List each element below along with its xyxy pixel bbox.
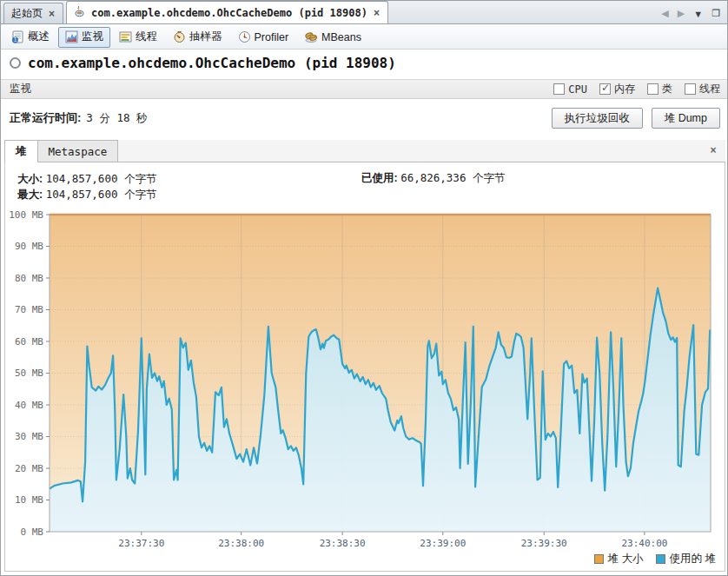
heap-tabstrip: 堆 Metaspace × bbox=[4, 140, 725, 162]
monitor-section-bar: 监视 CPU 内存 类 线程 bbox=[1, 79, 728, 99]
svg-text:40 MB: 40 MB bbox=[15, 400, 43, 411]
tab-heap[interactable]: 堆 bbox=[4, 140, 38, 162]
checkbox-classes-box[interactable] bbox=[647, 83, 659, 95]
tab-start-page-label: 起始页 bbox=[11, 6, 43, 21]
svg-text:100 MB: 100 MB bbox=[9, 209, 43, 221]
svg-text:23:39:00: 23:39:00 bbox=[420, 538, 466, 549]
tab-metaspace[interactable]: Metaspace bbox=[38, 140, 119, 162]
toolbar-overview-button[interactable]: 1 概述 bbox=[4, 27, 56, 48]
heap-max-stat: 最大: 104,857,600 个字节 bbox=[17, 187, 156, 202]
checkbox-memory-box[interactable] bbox=[599, 83, 611, 95]
threads-icon bbox=[119, 30, 132, 43]
heap-chart: 0 MB10 MB20 MB30 MB40 MB50 MB60 MB70 MB8… bbox=[5, 204, 725, 553]
heap-chart-svg: 0 MB10 MB20 MB30 MB40 MB50 MB60 MB70 MB8… bbox=[5, 204, 725, 553]
toolbar-threads-button[interactable]: 线程 bbox=[112, 27, 164, 48]
checkbox-classes[interactable]: 类 bbox=[647, 82, 672, 96]
svg-text:10 MB: 10 MB bbox=[15, 494, 43, 506]
document-tabstrip: 起始页 × com.example.ohcdemo.OhcCacheDemo (… bbox=[1, 1, 728, 24]
sampler-gauge-icon bbox=[173, 30, 186, 43]
svg-text:90 MB: 90 MB bbox=[15, 241, 43, 252]
uptime-label: 正常运行时间: bbox=[10, 110, 81, 126]
toolbar-monitor-label: 监视 bbox=[82, 30, 103, 44]
toolbar-profiler-button[interactable]: Profiler bbox=[231, 27, 296, 48]
maximize-icon[interactable]: ❐ bbox=[711, 8, 720, 19]
checkbox-threads-label: 线程 bbox=[699, 82, 720, 96]
uptime-value: 3 分 18 秒 bbox=[86, 111, 147, 126]
svg-text:23:38:30: 23:38:30 bbox=[320, 538, 366, 549]
tab-start-page[interactable]: 起始页 × bbox=[3, 3, 63, 23]
svg-text:60 MB: 60 MB bbox=[15, 336, 43, 348]
tab-list-dropdown-icon[interactable]: ▼ bbox=[693, 9, 703, 19]
close-icon[interactable]: × bbox=[373, 7, 381, 19]
toolbar-sampler-label: 抽样器 bbox=[189, 30, 222, 44]
overview-icon: 1 bbox=[11, 30, 24, 43]
toolbar-mbeans-label: MBeans bbox=[321, 31, 361, 43]
checkbox-cpu-label: CPU bbox=[568, 83, 587, 96]
heap-size-stat: 大小: 104,857,600 个字节 bbox=[17, 171, 156, 187]
svg-text:23:38:00: 23:38:00 bbox=[218, 538, 264, 549]
svg-text:23:39:30: 23:39:30 bbox=[521, 538, 567, 549]
heap-dump-button[interactable]: 堆 Dump bbox=[652, 108, 720, 129]
checkbox-cpu[interactable]: CPU bbox=[553, 83, 587, 96]
toolbar-overview-label: 概述 bbox=[28, 30, 50, 44]
svg-text:70 MB: 70 MB bbox=[15, 304, 43, 315]
close-icon[interactable]: × bbox=[48, 8, 56, 20]
monitor-chart-icon bbox=[65, 30, 78, 43]
svg-text:23:40:00: 23:40:00 bbox=[621, 538, 667, 549]
monitor-section-label: 监视 bbox=[10, 82, 31, 96]
checkbox-threads[interactable]: 线程 bbox=[685, 82, 720, 96]
toolbar-monitor-button[interactable]: 监视 bbox=[58, 27, 110, 48]
java-icon bbox=[74, 5, 86, 20]
checkbox-memory-label: 内存 bbox=[614, 82, 635, 96]
svg-text:80 MB: 80 MB bbox=[15, 273, 43, 284]
legend-heap-size: 堆 大小 bbox=[594, 552, 644, 566]
nav-back-icon[interactable]: ◀ bbox=[661, 8, 668, 19]
profiler-clock-icon bbox=[238, 30, 251, 43]
svg-text:23:37:30: 23:37:30 bbox=[118, 538, 164, 549]
checkbox-classes-label: 类 bbox=[662, 82, 672, 96]
legend-heap-size-label: 堆 大小 bbox=[608, 552, 644, 566]
tab-application-label: com.example.ohcdemo.OhcCacheDemo (pid 18… bbox=[91, 7, 367, 19]
checkbox-memory[interactable]: 内存 bbox=[599, 82, 635, 96]
toolbar-mbeans-button[interactable]: MBeans bbox=[297, 27, 368, 48]
legend-used-heap-swatch bbox=[656, 554, 665, 564]
nav-forward-icon[interactable]: ▶ bbox=[678, 8, 685, 19]
view-toolbar: 1 概述 监视 线程 抽样器 Profiler MBeans bbox=[1, 25, 728, 50]
toolbar-sampler-button[interactable]: 抽样器 bbox=[166, 27, 229, 48]
svg-text:30 MB: 30 MB bbox=[15, 431, 43, 442]
legend-used-heap: 使用的 堆 bbox=[656, 552, 716, 566]
svg-text:0 MB: 0 MB bbox=[21, 526, 44, 538]
mbeans-beans-icon bbox=[304, 30, 318, 43]
svg-text:20 MB: 20 MB bbox=[15, 463, 43, 474]
chart-legend: 堆 大小 使用的 堆 bbox=[594, 552, 716, 566]
tab-application[interactable]: com.example.ohcdemo.OhcCacheDemo (pid 18… bbox=[66, 1, 388, 23]
toolbar-profiler-label: Profiler bbox=[255, 31, 289, 43]
checkbox-threads-box[interactable] bbox=[685, 83, 696, 95]
checkbox-cpu-box[interactable] bbox=[553, 83, 565, 95]
page-title: com.example.ohcdemo.OhcCacheDemo (pid 18… bbox=[28, 55, 396, 71]
svg-text:1: 1 bbox=[14, 36, 17, 43]
perform-gc-button[interactable]: 执行垃圾回收 bbox=[552, 108, 643, 129]
heap-panel: 大小: 104,857,600 个字节 最大: 104,857,600 个字节 … bbox=[4, 162, 725, 572]
application-status-icon bbox=[10, 57, 21, 69]
legend-used-heap-label: 使用的 堆 bbox=[670, 552, 716, 566]
svg-text:50 MB: 50 MB bbox=[15, 367, 43, 379]
close-icon[interactable]: × bbox=[705, 142, 722, 159]
toolbar-threads-label: 线程 bbox=[136, 30, 157, 44]
legend-heap-size-swatch bbox=[594, 554, 604, 564]
heap-used-stat: 已使用: 66,826,336 个字节 bbox=[361, 171, 505, 186]
